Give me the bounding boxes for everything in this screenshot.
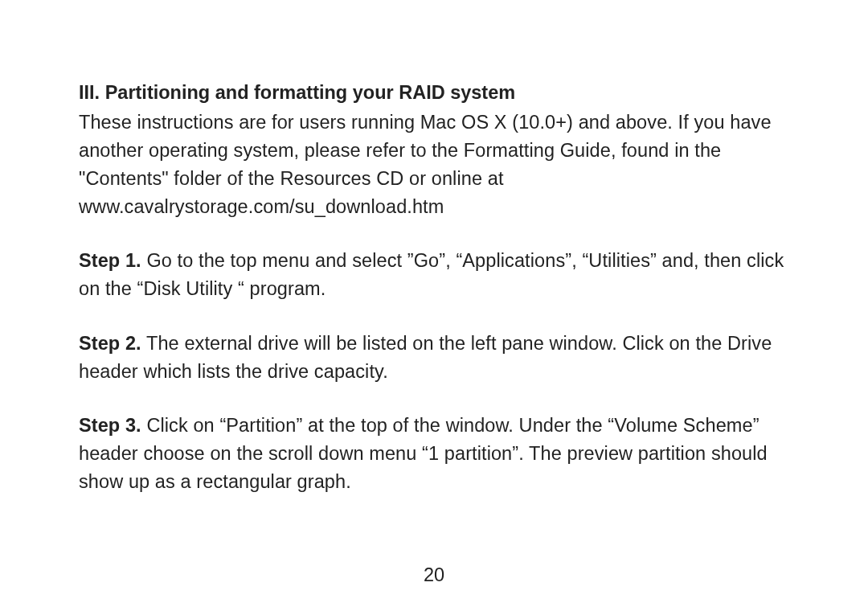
step-2: Step 2. The external drive will be liste… <box>79 330 792 386</box>
step-3-text: Click on “Partition” at the top of the w… <box>79 415 768 492</box>
step-3: Step 3. Click on “Partition” at the top … <box>79 412 792 495</box>
step-3-label: Step 3. <box>79 415 141 436</box>
step-1-text: Go to the top menu and select ”Go”, “App… <box>79 250 784 299</box>
step-2-text: The external drive will be listed on the… <box>79 333 772 382</box>
step-1: Step 1. Go to the top menu and select ”G… <box>79 247 792 303</box>
step-2-label: Step 2. <box>79 333 141 354</box>
section-heading: III. Partitioning and formatting your RA… <box>79 79 792 107</box>
document-page: III. Partitioning and formatting your RA… <box>0 0 868 607</box>
intro-paragraph: These instructions are for users running… <box>79 109 792 220</box>
step-1-label: Step 1. <box>79 250 141 271</box>
page-number: 20 <box>0 564 868 586</box>
